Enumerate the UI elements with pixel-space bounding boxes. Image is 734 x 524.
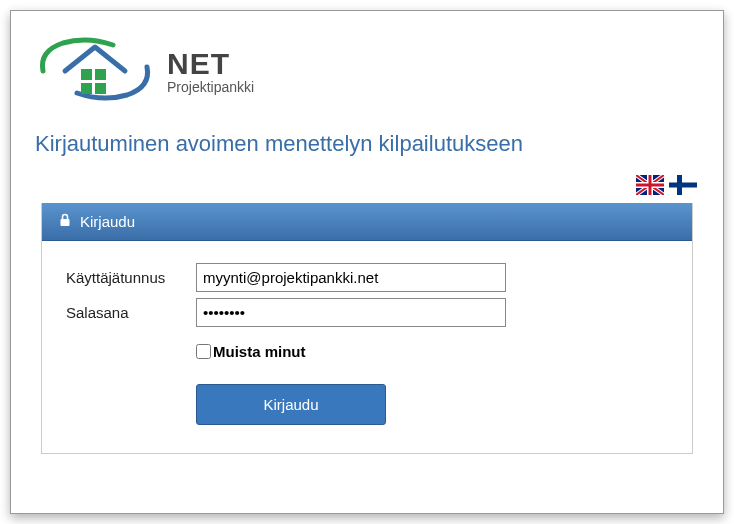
svg-rect-12 (61, 219, 70, 226)
panel-header-text: Kirjaudu (80, 213, 135, 230)
password-label: Salasana (66, 304, 196, 321)
logo-text: NET Projektipankki (167, 47, 254, 95)
page-title: Kirjautuminen avoimen menettelyn kilpail… (35, 131, 699, 157)
svg-rect-2 (81, 83, 92, 94)
panel-header: Kirjaudu (42, 203, 692, 241)
svg-rect-3 (95, 83, 106, 94)
remember-label: Muista minut (213, 343, 306, 360)
login-panel: Kirjaudu Käyttäjätunnus Salasana Muista … (41, 203, 693, 454)
svg-rect-0 (81, 69, 92, 80)
username-input[interactable] (196, 263, 506, 292)
remember-row: Muista minut (196, 343, 668, 360)
logo-text-sub: Projektipankki (167, 79, 254, 95)
panel-body: Käyttäjätunnus Salasana Muista minut Kir… (42, 241, 692, 453)
password-input[interactable] (196, 298, 506, 327)
flag-fi-icon[interactable] (669, 175, 697, 199)
username-row: Käyttäjätunnus (66, 263, 668, 292)
svg-rect-11 (669, 183, 697, 188)
remember-checkbox[interactable] (196, 344, 211, 359)
house-logo-icon (35, 29, 155, 113)
password-row: Salasana (66, 298, 668, 327)
svg-rect-1 (95, 69, 106, 80)
login-button[interactable]: Kirjaudu (196, 384, 386, 425)
username-label: Käyttäjätunnus (66, 269, 196, 286)
language-flags (35, 175, 699, 199)
flag-uk-icon[interactable] (636, 175, 664, 199)
logo: NET Projektipankki (35, 29, 699, 113)
lock-icon (58, 213, 72, 230)
login-window: NET Projektipankki Kirjautuminen avoimen… (10, 10, 724, 514)
logo-text-main: NET (167, 47, 254, 81)
svg-rect-8 (636, 184, 664, 187)
